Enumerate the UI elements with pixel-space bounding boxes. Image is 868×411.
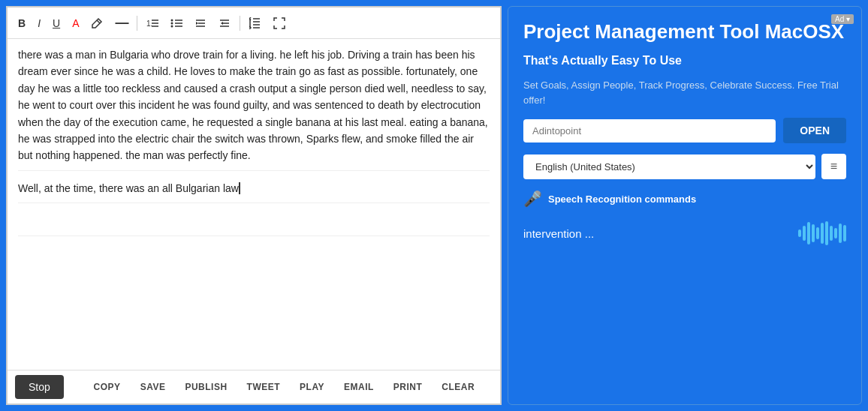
indent-right-button[interactable] <box>214 14 235 32</box>
strikethrough-button[interactable]: — <box>110 12 132 34</box>
speech-commands-link[interactable]: Speech Recognition commands <box>548 194 696 205</box>
right-panel: Ad ▾ Project Management Tool MacOSX That… <box>508 0 868 411</box>
language-row: English (United States) ≡ <box>523 154 846 179</box>
ad-description: Set Goals, Assign People, Track Progress… <box>523 78 846 107</box>
line-spacing-button[interactable] <box>245 14 266 32</box>
ad-cta-row: OPEN <box>523 118 846 143</box>
recognition-text: intervention ... <box>523 227 594 240</box>
recognition-row: intervention ... <box>523 221 846 245</box>
wave-bar <box>830 226 833 241</box>
bottom-bar: Stop COPY SAVE PUBLISH TWEET PLAY EMAIL … <box>8 370 500 404</box>
copy-button[interactable]: COPY <box>91 380 124 394</box>
paragraph-3 <box>18 212 490 236</box>
editor-content[interactable]: there was a man in Bulgaria who drove tr… <box>8 39 500 370</box>
action-buttons: COPY SAVE PUBLISH TWEET PLAY EMAIL PRINT… <box>76 380 493 394</box>
wave-bar <box>798 230 801 237</box>
separator-1 <box>137 16 137 31</box>
menu-icon: ≡ <box>830 160 837 172</box>
separator-2 <box>240 16 240 31</box>
bold-button[interactable]: B <box>14 14 30 32</box>
paragraph-2: Well, at the time, there was an all Bulg… <box>18 180 490 203</box>
ad-url-input[interactable] <box>523 119 776 142</box>
wave-bar <box>812 224 815 242</box>
wave-bar <box>825 221 828 245</box>
speech-icon: 🎤 <box>523 190 542 208</box>
wave-bar <box>839 224 842 243</box>
speech-row: 🎤 Speech Recognition commands <box>523 190 846 208</box>
play-button[interactable]: PLAY <box>297 380 327 394</box>
svg-point-6 <box>171 22 173 24</box>
language-select[interactable]: English (United States) <box>523 154 815 179</box>
fullscreen-button[interactable] <box>269 14 290 32</box>
editor-panel: B I U A — 1. <box>6 6 502 405</box>
font-color-button[interactable]: A <box>68 14 83 32</box>
wave-bar <box>803 226 806 241</box>
stop-button[interactable]: Stop <box>15 375 64 399</box>
clear-button[interactable]: CLEAR <box>439 380 478 394</box>
underline-button[interactable]: U <box>48 14 65 32</box>
ad-tagline: That's Actually Easy To Use <box>523 54 846 68</box>
wave-bar <box>807 222 810 244</box>
ordered-list-button[interactable]: 1. <box>142 14 163 32</box>
svg-point-7 <box>171 25 173 27</box>
wave-bar <box>816 227 819 239</box>
italic-button[interactable]: I <box>33 14 45 32</box>
publish-button[interactable]: PUBLISH <box>182 380 230 394</box>
wave-bar <box>821 223 824 244</box>
svg-point-5 <box>171 19 173 21</box>
wave-bar <box>834 228 837 238</box>
paragraph-4 <box>18 245 490 268</box>
ad-title: Project Management Tool MacOSX <box>523 20 846 44</box>
print-button[interactable]: PRINT <box>390 380 426 394</box>
paragraph-1: there was a man in Bulgaria who drove tr… <box>18 46 490 171</box>
highlight-button[interactable] <box>86 14 107 32</box>
svg-line-0 <box>97 20 100 23</box>
menu-icon-button[interactable]: ≡ <box>821 154 846 179</box>
paragraph-1-text: there was a man in Bulgaria who drove tr… <box>18 49 488 161</box>
waveform <box>798 221 846 245</box>
ad-card: Ad ▾ Project Management Tool MacOSX That… <box>508 6 862 405</box>
open-button[interactable]: OPEN <box>783 118 846 143</box>
text-cursor <box>239 182 240 194</box>
indent-left-button[interactable] <box>190 14 211 32</box>
bullet-list-button[interactable] <box>166 14 187 32</box>
wave-bar <box>843 225 846 242</box>
paragraph-2-text: Well, at the time, there was an all Bulg… <box>18 182 239 194</box>
tweet-button[interactable]: TWEET <box>244 380 284 394</box>
ad-label: Ad ▾ <box>831 14 854 24</box>
email-button[interactable]: EMAIL <box>341 380 377 394</box>
save-button[interactable]: SAVE <box>137 380 169 394</box>
toolbar: B I U A — 1. <box>8 8 500 39</box>
